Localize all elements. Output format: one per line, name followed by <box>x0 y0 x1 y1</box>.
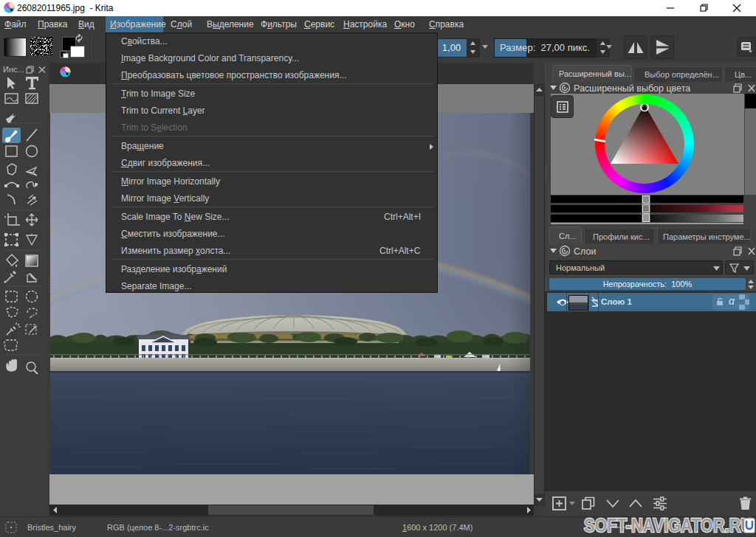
svg-text:SOFT-NAVIGATOR.RU: SOFT-NAVIGATOR.RU <box>584 515 752 536</box>
